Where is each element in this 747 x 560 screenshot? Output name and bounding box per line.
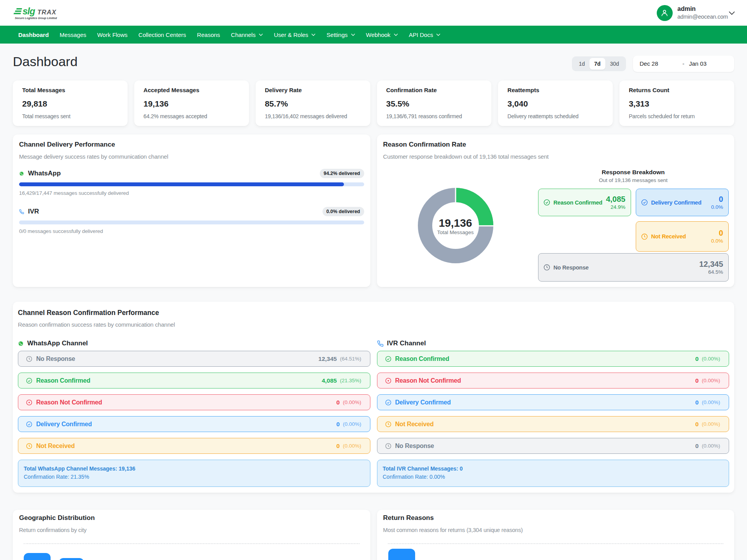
svg-text:slg: slg [23,6,35,16]
svg-text:TRAX: TRAX [37,9,56,16]
svg-text:Secure Logistics Group Limited: Secure Logistics Group Limited [15,16,57,20]
